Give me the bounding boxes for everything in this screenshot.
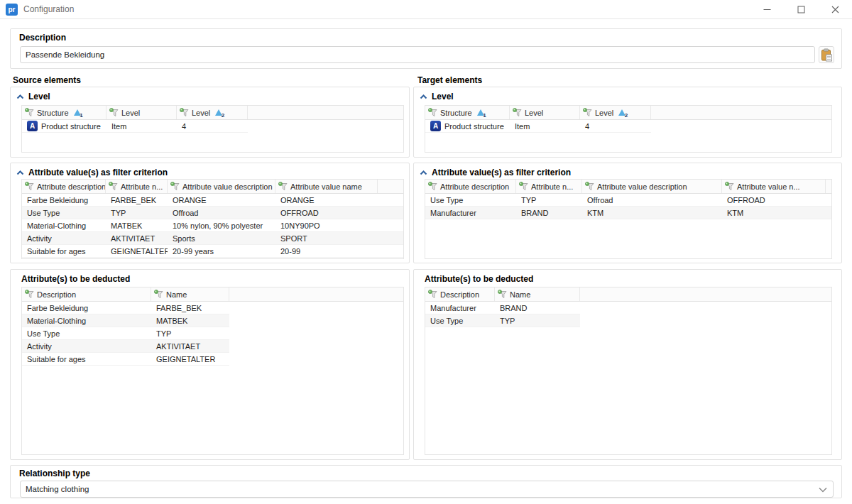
sort-order-indicator: 1	[477, 109, 485, 116]
maximize-button[interactable]	[784, 0, 818, 18]
collapse-icon[interactable]	[420, 94, 427, 99]
table-cell: Suitable for ages	[22, 247, 106, 256]
column-header[interactable]: Structure1	[22, 106, 106, 119]
table-cell: Manufacturer	[425, 304, 495, 312]
filter-funnel-icon	[25, 182, 34, 191]
table-cell: MATBEK	[106, 221, 168, 230]
collapse-icon[interactable]	[420, 170, 427, 175]
column-header-filler	[826, 180, 831, 193]
relationship-type-select[interactable]: Matching clothing	[20, 481, 834, 498]
table-row[interactable]: Use TypeTYPOffroadOFFROAD	[22, 207, 403, 219]
table-row[interactable]: AProduct structureItem4	[22, 120, 248, 133]
table-cell: ORANGE	[275, 196, 378, 204]
structure-type-icon: A	[430, 121, 441, 131]
column-header[interactable]: Description	[22, 287, 151, 301]
column-header-filler	[378, 180, 403, 193]
table-row[interactable]: Suitable for agesGEIGNETALTER20-99 years…	[22, 245, 403, 258]
table-header-row: Structure1LevelLevel2	[425, 106, 831, 120]
relationship-type-label: Relationship type	[19, 469, 90, 478]
column-header[interactable]: Attribute description	[22, 180, 106, 193]
table-row[interactable]: Use TypeTYP	[22, 327, 229, 340]
table-cell: OFFROAD	[722, 196, 826, 204]
column-header[interactable]: Level2	[177, 106, 248, 119]
filter-funnel-icon	[583, 108, 592, 117]
relationship-type-value: Matching clothing	[26, 485, 89, 493]
table-cell: OFFROAD	[275, 209, 378, 217]
table-cell: AProduct structure	[22, 121, 106, 131]
filter-funnel-icon	[25, 108, 34, 117]
section-heading: Attribute(s) to be deducted	[21, 274, 130, 284]
filter-funnel-icon	[725, 182, 734, 191]
section-heading: Attribute value(s) as filter criterion	[28, 168, 168, 177]
column-header-label: Attribute value n...	[737, 182, 800, 191]
column-header[interactable]: Attribute description	[425, 180, 516, 193]
table-row[interactable]: Suitable for agesGEIGNETALTER	[22, 353, 229, 366]
table-cell: Use Type	[22, 209, 106, 217]
table-cell: 20-99 years	[168, 247, 275, 256]
table-row[interactable]: Material-ClothingMATBEK	[22, 314, 229, 327]
filter-funnel-icon	[585, 182, 594, 191]
column-header[interactable]: Attribute n...	[106, 180, 168, 193]
column-header[interactable]: Name	[151, 287, 229, 301]
minimize-button[interactable]	[750, 0, 784, 18]
window-controls	[750, 0, 852, 18]
column-header-label: Name	[166, 290, 187, 299]
column-header[interactable]: Level	[106, 106, 177, 119]
structure-type-icon: A	[27, 121, 38, 131]
column-header[interactable]: Attribute value description	[168, 180, 275, 193]
table-row[interactable]: ActivityAKTIVITAETSportsSPORT	[22, 232, 403, 245]
table-cell: Offroad	[168, 209, 275, 217]
column-header-label: Structure	[440, 109, 472, 117]
column-header[interactable]: Attribute value name	[275, 180, 378, 193]
column-header[interactable]: Attribute value description	[582, 180, 722, 193]
column-header[interactable]: Level2	[580, 106, 651, 119]
filter-funnel-icon	[428, 182, 437, 191]
table-cell: KTM	[722, 209, 826, 217]
table-row[interactable]: Farbe BekleidungFARBE_BEK	[22, 302, 229, 314]
minimize-icon	[763, 6, 771, 13]
column-header-label: Attribute description	[440, 182, 509, 191]
collapse-icon[interactable]	[16, 170, 24, 175]
table-cell: Item	[106, 122, 177, 131]
table-cell: Offroad	[582, 196, 722, 204]
section-heading: Level	[432, 92, 454, 102]
table-row[interactable]: Material-ClothingMATBEK10% nylon, 90% po…	[22, 219, 403, 232]
table-row[interactable]: ManufacturerBRANDKTMKTM	[425, 207, 831, 219]
table-cell: 10NY90PO	[275, 221, 378, 230]
column-header[interactable]: Name	[495, 287, 580, 301]
source-filter-section: Attribute value(s) as filter criterion A…	[10, 163, 410, 263]
close-icon	[831, 6, 839, 13]
section-heading: Attribute value(s) as filter criterion	[432, 168, 571, 177]
table-cell: Activity	[22, 342, 151, 351]
close-button[interactable]	[818, 0, 852, 18]
filter-funnel-icon	[109, 182, 118, 191]
table-cell: Suitable for ages	[22, 355, 151, 363]
table-cell: Use Type	[425, 196, 516, 204]
paste-button[interactable]	[819, 46, 834, 63]
table-row[interactable]: Farbe BekleidungFARBE_BEKORANGEORANGE	[22, 194, 403, 207]
table-row[interactable]: Use TypeTYPOffroadOFFROAD	[425, 194, 831, 207]
column-header[interactable]: Structure1	[425, 106, 510, 119]
table-row[interactable]: ActivityAKTIVITAET	[22, 340, 229, 353]
column-header[interactable]: Attribute n...	[516, 180, 582, 193]
source-elements-label: Source elements	[13, 75, 81, 85]
column-header[interactable]: Description	[425, 287, 495, 301]
column-header[interactable]: Level	[510, 106, 580, 119]
target-filter-section: Attribute value(s) as filter criterion A…	[413, 163, 842, 263]
table-row[interactable]: ManufacturerBRAND	[425, 302, 580, 314]
table-cell: FARBE_BEK	[106, 196, 168, 204]
table-cell: Activity	[22, 234, 106, 243]
source-level-section: Level Structure1LevelLevel2AProduct stru…	[10, 87, 410, 158]
description-section: Description Passende Bekleidung	[10, 28, 842, 69]
column-header[interactable]: Attribute value n...	[722, 180, 826, 193]
table-row[interactable]: AProduct structureItem4	[425, 120, 651, 133]
table-cell: KTM	[582, 209, 722, 217]
table-cell: ORANGE	[168, 196, 275, 204]
column-header-label: Attribute description	[37, 182, 106, 191]
section-heading: Level	[28, 92, 50, 102]
collapse-icon[interactable]	[16, 94, 24, 99]
description-input[interactable]: Passende Bekleidung	[20, 46, 815, 63]
column-header-label: Level	[595, 109, 613, 117]
app-icon: pr	[6, 4, 18, 16]
table-row[interactable]: Use TypeTYP	[425, 314, 580, 327]
